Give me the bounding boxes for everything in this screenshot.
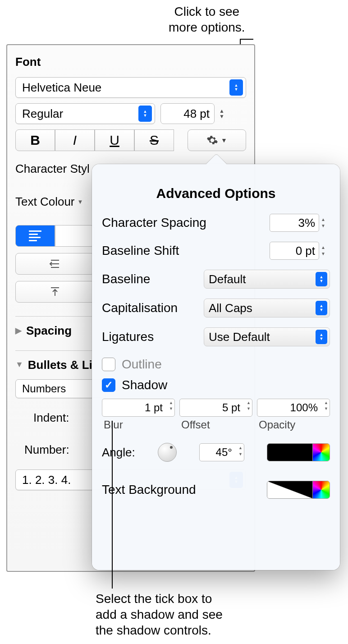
color-picker-icon[interactable] — [312, 444, 330, 461]
align-button[interactable] — [55, 225, 95, 247]
popover-title: Advanced Options — [102, 186, 330, 201]
vertical-align-top-button[interactable] — [15, 281, 95, 303]
ligatures-select[interactable]: Use Default — [204, 327, 330, 346]
chevron-down-icon: ▼ — [15, 360, 23, 369]
align-left-icon — [29, 230, 41, 241]
angle-input[interactable]: 45° ▲▼ — [199, 443, 244, 461]
strikethrough-button[interactable]: S — [134, 129, 174, 151]
angle-label: Angle: — [102, 446, 135, 460]
callout-bottom: Select the tick box to add a shadow and … — [96, 591, 223, 638]
font-family-select[interactable]: Helvetica Neue — [15, 77, 246, 98]
font-section-title: Font — [15, 55, 246, 69]
color-picker-icon[interactable] — [312, 481, 330, 498]
capitalisation-label: Capitalisation — [102, 301, 178, 315]
text-background-color-well[interactable] — [267, 481, 330, 499]
text-background-label: Text Background — [102, 483, 196, 497]
callout-leader — [112, 421, 113, 589]
chevron-down-icon: ▼ — [221, 137, 227, 144]
chevron-right-icon: ▶ — [15, 326, 22, 336]
dropdown-icon — [316, 330, 327, 344]
offset-label: Offset — [179, 419, 252, 431]
font-style-value: Regular — [22, 107, 63, 121]
stepper-arrows[interactable]: ▲▼ — [324, 401, 328, 411]
callout-top: Click to see more options. — [169, 4, 245, 35]
outline-checkbox[interactable] — [102, 358, 115, 371]
font-size-stepper[interactable]: 48 pt ▲▼ — [160, 103, 227, 124]
dropdown-icon — [229, 79, 243, 96]
stepper-arrows[interactable]: ▲▼ — [169, 401, 173, 411]
font-size-value[interactable]: 48 pt — [160, 103, 215, 124]
capitalisation-select[interactable]: All Caps — [204, 299, 330, 317]
font-family-value: Helvetica Neue — [22, 81, 101, 95]
opacity-label: Opacity — [257, 419, 330, 431]
color-swatch — [267, 444, 312, 461]
bold-button[interactable]: B — [15, 129, 55, 151]
blur-label: Blur — [102, 419, 175, 431]
number-format-value: 1. 2. 3. 4. — [22, 473, 71, 487]
font-style-select[interactable]: Regular — [15, 103, 155, 124]
callout-leader — [240, 39, 253, 40]
align-left-button[interactable] — [15, 225, 55, 247]
chevron-down-icon[interactable]: ▼ — [78, 198, 83, 205]
stepper-arrows[interactable]: ▲▼ — [247, 401, 251, 411]
ligatures-label: Ligatures — [102, 330, 154, 344]
gear-icon — [206, 134, 218, 146]
baseline-shift-label: Baseline Shift — [102, 244, 179, 258]
angle-dial[interactable] — [158, 443, 177, 462]
advanced-options-button[interactable]: ▼ — [188, 129, 246, 151]
indent-right-button[interactable] — [15, 253, 95, 275]
advanced-options-popover: Advanced Options Character Spacing 3% ▲▼… — [92, 164, 340, 570]
indent-icon — [48, 259, 62, 269]
dropdown-icon — [316, 272, 327, 286]
underline-button[interactable]: U — [95, 129, 134, 151]
stepper-arrows[interactable]: ▲▼ — [216, 103, 227, 124]
baseline-label: Baseline — [102, 272, 150, 286]
stepper-arrows[interactable]: ▲▼ — [238, 446, 243, 456]
align-top-icon — [49, 286, 61, 298]
shadow-label: Shadow — [122, 378, 167, 392]
character-spacing-input[interactable]: 3% — [270, 214, 319, 232]
color-swatch — [267, 481, 312, 498]
stepper-arrows[interactable]: ▲▼ — [321, 242, 330, 260]
stepper-arrows[interactable]: ▲▼ — [321, 214, 330, 232]
baseline-shift-input[interactable]: 0 pt — [270, 242, 319, 260]
list-type-value: Numbers — [22, 382, 66, 395]
dropdown-icon — [316, 301, 327, 315]
baseline-select[interactable]: Default — [204, 270, 330, 289]
shadow-checkbox[interactable] — [102, 378, 115, 392]
shadow-offset-input[interactable]: 5 pt ▲▼ — [179, 399, 252, 417]
dropdown-icon — [138, 106, 152, 122]
shadow-opacity-input[interactable]: 100% ▲▼ — [257, 399, 330, 417]
shadow-color-well[interactable] — [267, 443, 330, 461]
outline-label: Outline — [122, 357, 162, 372]
italic-button[interactable]: I — [55, 129, 95, 151]
shadow-blur-input[interactable]: 1 pt ▲▼ — [102, 399, 175, 417]
character-spacing-label: Character Spacing — [102, 216, 206, 230]
